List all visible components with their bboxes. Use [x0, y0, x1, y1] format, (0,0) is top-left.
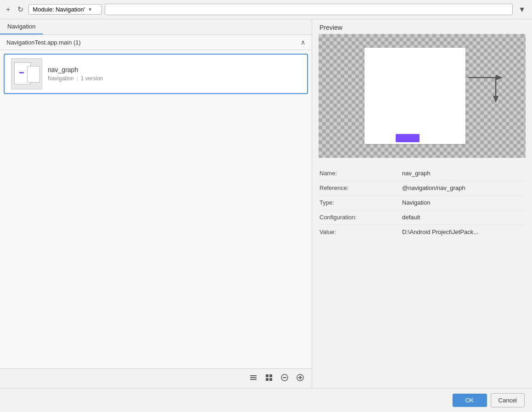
configuration-value: default [402, 214, 525, 221]
detail-row-name: Name: nav_graph [319, 166, 525, 181]
list-view-button[interactable] [246, 372, 260, 385]
minus-circle-icon [281, 374, 288, 381]
group-title: NavigationTest.app.main (1) [6, 39, 81, 46]
preview-purple-button [396, 134, 420, 142]
left-content: NavigationTest.app.main (1) ∧ nav_graph [0, 35, 312, 368]
svg-rect-4 [269, 374, 272, 377]
main-area: Navigation NavigationTest.app.main (1) ∧ [0, 19, 532, 388]
detail-row-configuration: Configuration: default [319, 210, 525, 225]
resource-thumbnail [11, 58, 42, 89]
resource-info: nav_graph Navigation | 1 version [48, 66, 301, 82]
svg-marker-15 [493, 96, 498, 103]
resource-type: Navigation [48, 75, 74, 82]
chevron-down-icon: ▼ [88, 7, 92, 12]
module-dropdown[interactable]: Module: Navigation' ▼ [28, 4, 102, 15]
type-label: Type: [319, 199, 402, 206]
zoom-in-button[interactable] [293, 372, 307, 385]
svg-rect-6 [269, 378, 272, 381]
list-icon [250, 374, 257, 381]
search-input[interactable] [105, 4, 513, 15]
details-area: Name: nav_graph Reference: @navigation/n… [312, 162, 532, 388]
type-value: Navigation [402, 199, 525, 206]
thumbnail-inner [11, 59, 42, 89]
filter-icon: ▼ [515, 4, 528, 15]
zoom-out-button[interactable] [278, 372, 291, 385]
detail-row-type: Type: Navigation [319, 195, 525, 210]
refresh-button[interactable]: ↻ [15, 4, 26, 15]
plus-circle-icon [297, 374, 304, 381]
svg-rect-0 [250, 375, 257, 376]
toolbar: + ↻ Module: Navigation' ▼ ▼ [0, 0, 532, 19]
preview-card [364, 48, 465, 144]
svg-rect-8 [283, 377, 286, 378]
reference-label: Reference: [319, 184, 402, 191]
nav-arrows-svg [466, 61, 512, 107]
group-header: NavigationTest.app.main (1) ∧ [0, 35, 312, 50]
thumb-minus [19, 72, 24, 73]
grid-view-button[interactable] [262, 372, 276, 385]
right-panel: Preview Name: nav_graph R [312, 19, 532, 388]
svg-rect-5 [266, 378, 269, 381]
meta-separator: | [77, 75, 78, 82]
grid-icon [265, 374, 273, 381]
preview-header: Preview [312, 19, 532, 34]
collapse-button[interactable]: ∧ [301, 39, 305, 46]
configuration-label: Configuration: [319, 214, 402, 221]
thumb-screen2 [27, 66, 40, 83]
left-tab-bar: Navigation [0, 19, 312, 35]
svg-rect-1 [250, 377, 257, 378]
add-button[interactable]: + [4, 5, 12, 15]
footer: OK Cancel [0, 388, 532, 412]
svg-rect-11 [300, 376, 301, 379]
left-panel: Navigation NavigationTest.app.main (1) ∧ [0, 19, 312, 388]
svg-rect-3 [266, 374, 269, 377]
module-label: Module: Navigation' [33, 6, 85, 13]
resource-versions: 1 version [81, 75, 103, 82]
bottom-toolbar [0, 368, 312, 388]
cancel-button[interactable]: Cancel [491, 393, 525, 407]
svg-marker-13 [496, 75, 503, 80]
list-item[interactable]: nav_graph Navigation | 1 version [4, 54, 308, 94]
ok-button[interactable]: OK [453, 394, 487, 407]
svg-rect-2 [250, 379, 257, 380]
name-label: Name: [319, 170, 402, 177]
name-value: nav_graph [402, 170, 525, 177]
value-label: Value: [319, 228, 402, 235]
resource-name: nav_graph [48, 66, 301, 73]
tab-navigation[interactable]: Navigation [0, 19, 43, 34]
value-value: D:\Android Project\JetPack... [402, 228, 525, 235]
reference-value: @navigation/nav_graph [402, 184, 525, 191]
preview-image-area [319, 34, 526, 158]
detail-row-value: Value: D:\Android Project\JetPack... [319, 225, 525, 239]
detail-row-reference: Reference: @navigation/nav_graph [319, 181, 525, 195]
resource-meta: Navigation | 1 version [48, 75, 301, 82]
